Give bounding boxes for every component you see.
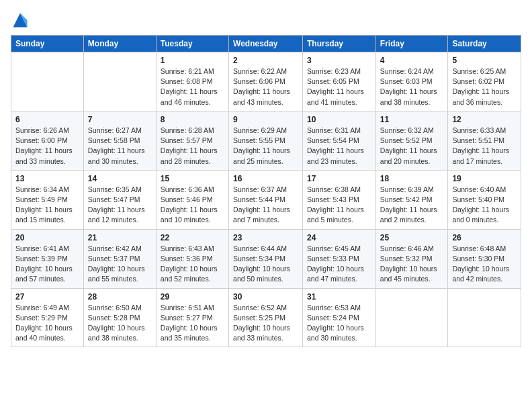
day-info: Sunrise: 6:45 AMSunset: 5:33 PMDaylight:… (307, 244, 371, 285)
day-info: Sunrise: 6:40 AMSunset: 5:40 PMDaylight:… (452, 185, 517, 226)
day-cell: 12Sunrise: 6:33 AMSunset: 5:51 PMDayligh… (448, 111, 521, 170)
day-cell: 5Sunrise: 6:25 AMSunset: 6:02 PMDaylight… (448, 52, 521, 111)
day-number: 16 (233, 174, 298, 183)
col-header-friday: Friday (375, 36, 448, 52)
day-info: Sunrise: 6:38 AMSunset: 5:43 PMDaylight:… (307, 185, 371, 226)
day-info: Sunrise: 6:52 AMSunset: 5:25 PMDaylight:… (233, 303, 298, 344)
day-cell: 17Sunrise: 6:38 AMSunset: 5:43 PMDayligh… (303, 170, 376, 229)
day-number: 28 (88, 292, 152, 302)
day-cell (375, 288, 448, 347)
day-cell: 15Sunrise: 6:36 AMSunset: 5:46 PMDayligh… (156, 170, 228, 229)
logo (11, 11, 32, 30)
col-header-tuesday: Tuesday (156, 36, 228, 52)
day-number: 29 (161, 292, 224, 302)
day-cell: 14Sunrise: 6:35 AMSunset: 5:47 PMDayligh… (83, 170, 156, 229)
day-number: 5 (452, 56, 517, 65)
day-cell: 28Sunrise: 6:50 AMSunset: 5:28 PMDayligh… (83, 288, 156, 347)
day-info: Sunrise: 6:35 AMSunset: 5:47 PMDaylight:… (88, 185, 152, 226)
day-info: Sunrise: 6:50 AMSunset: 5:28 PMDaylight:… (88, 303, 152, 344)
day-info: Sunrise: 6:53 AMSunset: 5:24 PMDaylight:… (307, 303, 371, 344)
day-number: 18 (380, 174, 444, 183)
col-header-monday: Monday (83, 36, 156, 52)
day-cell: 30Sunrise: 6:52 AMSunset: 5:25 PMDayligh… (229, 288, 303, 347)
day-cell: 19Sunrise: 6:40 AMSunset: 5:40 PMDayligh… (448, 170, 521, 229)
page: SundayMondayTuesdayWednesdayThursdayFrid… (0, 0, 532, 411)
day-cell: 31Sunrise: 6:53 AMSunset: 5:24 PMDayligh… (303, 288, 376, 347)
day-info: Sunrise: 6:48 AMSunset: 5:30 PMDaylight:… (452, 244, 517, 285)
day-cell: 25Sunrise: 6:46 AMSunset: 5:32 PMDayligh… (375, 229, 448, 288)
day-cell: 27Sunrise: 6:49 AMSunset: 5:29 PMDayligh… (11, 288, 84, 347)
day-cell: 7Sunrise: 6:27 AMSunset: 5:58 PMDaylight… (83, 111, 156, 170)
day-number: 19 (452, 174, 517, 183)
day-number: 14 (88, 174, 152, 183)
day-cell: 18Sunrise: 6:39 AMSunset: 5:42 PMDayligh… (375, 170, 448, 229)
day-cell: 21Sunrise: 6:42 AMSunset: 5:37 PMDayligh… (83, 229, 156, 288)
day-info: Sunrise: 6:29 AMSunset: 5:55 PMDaylight:… (233, 126, 298, 167)
week-row-2: 6Sunrise: 6:26 AMSunset: 6:00 PMDaylight… (11, 111, 521, 170)
day-number: 13 (15, 174, 79, 183)
day-cell: 6Sunrise: 6:26 AMSunset: 6:00 PMDaylight… (11, 111, 84, 170)
col-header-sunday: Sunday (11, 36, 84, 52)
day-number: 9 (233, 115, 298, 124)
day-cell: 29Sunrise: 6:51 AMSunset: 5:27 PMDayligh… (156, 288, 228, 347)
col-header-saturday: Saturday (448, 36, 521, 52)
day-number: 24 (307, 233, 371, 242)
calendar-body: 1Sunrise: 6:21 AMSunset: 6:08 PMDaylight… (11, 52, 521, 347)
col-header-wednesday: Wednesday (229, 36, 303, 52)
day-info: Sunrise: 6:49 AMSunset: 5:29 PMDaylight:… (15, 303, 79, 344)
day-info: Sunrise: 6:21 AMSunset: 6:08 PMDaylight:… (161, 66, 224, 107)
day-info: Sunrise: 6:33 AMSunset: 5:51 PMDaylight:… (452, 126, 517, 167)
day-number: 11 (380, 115, 444, 124)
day-info: Sunrise: 6:41 AMSunset: 5:39 PMDaylight:… (15, 244, 79, 285)
day-info: Sunrise: 6:25 AMSunset: 6:02 PMDaylight:… (452, 66, 517, 107)
day-info: Sunrise: 6:31 AMSunset: 5:54 PMDaylight:… (307, 126, 371, 167)
day-number: 20 (15, 233, 79, 242)
day-cell: 16Sunrise: 6:37 AMSunset: 5:44 PMDayligh… (229, 170, 303, 229)
day-cell: 10Sunrise: 6:31 AMSunset: 5:54 PMDayligh… (303, 111, 376, 170)
day-cell (448, 288, 521, 347)
week-row-5: 27Sunrise: 6:49 AMSunset: 5:29 PMDayligh… (11, 288, 521, 347)
day-cell: 11Sunrise: 6:32 AMSunset: 5:52 PMDayligh… (375, 111, 448, 170)
day-info: Sunrise: 6:27 AMSunset: 5:58 PMDaylight:… (88, 126, 152, 167)
day-info: Sunrise: 6:34 AMSunset: 5:49 PMDaylight:… (15, 185, 79, 226)
day-cell: 9Sunrise: 6:29 AMSunset: 5:55 PMDaylight… (229, 111, 303, 170)
day-number: 25 (380, 233, 444, 242)
logo-icon (11, 11, 30, 30)
day-number: 30 (233, 292, 298, 302)
day-cell: 22Sunrise: 6:43 AMSunset: 5:36 PMDayligh… (156, 229, 228, 288)
day-number: 3 (307, 56, 371, 65)
day-info: Sunrise: 6:51 AMSunset: 5:27 PMDaylight:… (161, 303, 224, 344)
day-cell: 4Sunrise: 6:24 AMSunset: 6:03 PMDaylight… (375, 52, 448, 111)
day-info: Sunrise: 6:42 AMSunset: 5:37 PMDaylight:… (88, 244, 152, 285)
day-number: 15 (161, 174, 224, 183)
day-info: Sunrise: 6:24 AMSunset: 6:03 PMDaylight:… (380, 66, 444, 107)
day-cell: 20Sunrise: 6:41 AMSunset: 5:39 PMDayligh… (11, 229, 84, 288)
day-number: 8 (161, 115, 224, 124)
day-info: Sunrise: 6:46 AMSunset: 5:32 PMDaylight:… (380, 244, 444, 285)
day-number: 6 (15, 115, 79, 124)
day-info: Sunrise: 6:37 AMSunset: 5:44 PMDaylight:… (233, 185, 298, 226)
day-cell: 8Sunrise: 6:28 AMSunset: 5:57 PMDaylight… (156, 111, 228, 170)
day-cell: 24Sunrise: 6:45 AMSunset: 5:33 PMDayligh… (303, 229, 376, 288)
day-cell: 3Sunrise: 6:23 AMSunset: 6:05 PMDaylight… (303, 52, 376, 111)
calendar-header: SundayMondayTuesdayWednesdayThursdayFrid… (11, 36, 521, 52)
day-number: 27 (15, 292, 79, 302)
day-number: 21 (88, 233, 152, 242)
day-number: 1 (161, 56, 224, 65)
day-cell (11, 52, 84, 111)
day-number: 2 (233, 56, 298, 65)
day-cell (83, 52, 156, 111)
day-number: 7 (88, 115, 152, 124)
calendar: SundayMondayTuesdayWednesdayThursdayFrid… (11, 35, 521, 347)
day-info: Sunrise: 6:32 AMSunset: 5:52 PMDaylight:… (380, 126, 444, 167)
day-cell: 1Sunrise: 6:21 AMSunset: 6:08 PMDaylight… (156, 52, 228, 111)
day-number: 10 (307, 115, 371, 124)
day-number: 12 (452, 115, 517, 124)
day-number: 26 (452, 233, 517, 242)
day-number: 17 (307, 174, 371, 183)
col-header-thursday: Thursday (303, 36, 376, 52)
day-number: 23 (233, 233, 298, 242)
day-number: 4 (380, 56, 444, 65)
header (11, 7, 521, 30)
day-info: Sunrise: 6:44 AMSunset: 5:34 PMDaylight:… (233, 244, 298, 285)
